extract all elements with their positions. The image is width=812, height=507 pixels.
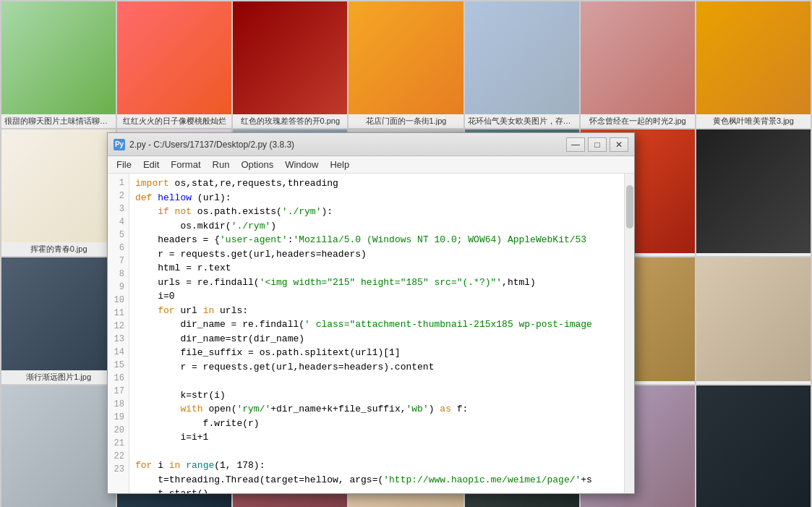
image-label: 怀念曾经在一起的时光2.jpg: [581, 114, 695, 128]
menu-bar: File Edit Format Run Options Window Help: [108, 156, 634, 174]
thumbnail: [581, 1, 695, 114]
thumbnail: [233, 1, 347, 114]
image-label: 挥霍的青春0.jpg: [1, 242, 116, 256]
list-item[interactable]: [696, 257, 811, 384]
ide-window: Py 2.py - C:/Users/17137/Desktop/2.py (3…: [107, 132, 635, 494]
thumbnail: [349, 1, 463, 114]
thumbnail: [696, 257, 811, 381]
list-item[interactable]: [696, 129, 811, 256]
thumbnail: [1, 257, 116, 370]
thumbnail: [696, 129, 811, 253]
close-button[interactable]: ✕: [610, 137, 628, 152]
list-item[interactable]: [696, 385, 811, 507]
image-label: 红色的玫瑰差答答的开0.png: [233, 114, 347, 128]
thumbnail: [696, 1, 811, 114]
scrollbar[interactable]: [624, 174, 634, 493]
image-label: 红红火火的日子像樱桃般灿烂: [117, 114, 231, 128]
window-title: 2.py - C:/Users/17137/Desktop/2.py (3.8.…: [129, 140, 566, 150]
image-label: 很甜的聊天图片土味情话聊天记录3.jpg: [1, 114, 116, 128]
thumbnail: [1, 385, 116, 507]
thumbnail: [1, 129, 116, 242]
image-label: 黄色枫叶唯美背景3.jpg: [696, 114, 811, 128]
menu-run[interactable]: Run: [207, 158, 236, 171]
list-item[interactable]: 很甜的聊天图片土味情话聊天记录3.jpg: [1, 1, 116, 128]
thumbnail: [465, 1, 579, 114]
menu-file[interactable]: File: [111, 158, 137, 171]
menu-window[interactable]: Window: [279, 158, 324, 171]
menu-help[interactable]: Help: [324, 158, 355, 171]
list-item[interactable]: [1, 385, 116, 507]
list-item[interactable]: 红红火火的日子像樱桃般灿烂: [117, 1, 231, 128]
image-label: 花环仙气美女欧美图片，存在的: [465, 114, 579, 128]
list-item[interactable]: 渐行渐远图片1.jpg: [1, 257, 116, 384]
menu-edit[interactable]: Edit: [137, 158, 165, 171]
scroll-thumb[interactable]: [626, 185, 633, 229]
list-item[interactable]: 挥霍的青春0.jpg: [1, 129, 116, 256]
thumbnail: [696, 385, 811, 507]
list-item[interactable]: 黄色枫叶唯美背景3.jpg: [696, 1, 811, 128]
thumbnail: [117, 1, 231, 114]
image-label: 渐行渐远图片1.jpg: [1, 370, 116, 384]
list-item[interactable]: 怀念曾经在一起的时光2.jpg: [581, 1, 695, 128]
image-label: [696, 381, 811, 384]
list-item[interactable]: 花店门面的一条街1.jpg: [349, 1, 463, 128]
code-editor[interactable]: 12345 678910 1112131415 1617181920 21222…: [108, 174, 634, 493]
code-text[interactable]: import os,stat,re,requests,threading def…: [129, 174, 624, 493]
window-controls: — □ ✕: [566, 137, 628, 152]
image-label: 花店门面的一条街1.jpg: [349, 114, 463, 128]
thumbnail: [1, 1, 116, 114]
image-label: [696, 253, 811, 256]
list-item[interactable]: 红色的玫瑰差答答的开0.png: [233, 1, 347, 128]
title-bar[interactable]: Py 2.py - C:/Users/17137/Desktop/2.py (3…: [108, 133, 634, 156]
menu-format[interactable]: Format: [165, 158, 206, 171]
minimize-button[interactable]: —: [566, 137, 585, 152]
menu-options[interactable]: Options: [235, 158, 279, 171]
line-numbers: 12345 678910 1112131415 1617181920 21222…: [108, 174, 129, 493]
list-item[interactable]: 花环仙气美女欧美图片，存在的: [465, 1, 579, 128]
app-icon: Py: [114, 139, 125, 150]
maximize-button[interactable]: □: [588, 137, 607, 152]
